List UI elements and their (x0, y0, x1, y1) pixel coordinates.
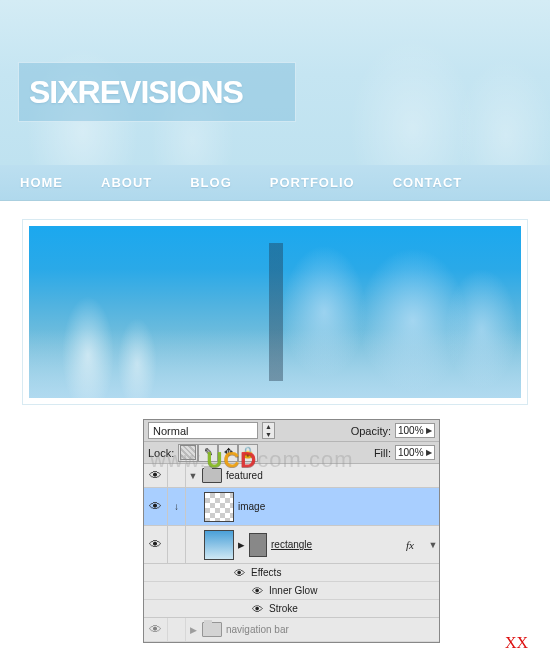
fx-disclosure[interactable]: ▼ (427, 540, 439, 550)
layer-image[interactable]: 👁 ↓ image (144, 488, 439, 526)
visibility-toggle[interactable]: 👁 (144, 464, 168, 487)
layer-tree: 👁 ▼ featured 👁 ↓ image 👁 ▸ (144, 464, 439, 642)
lock-pixels-button[interactable]: ✎ (198, 444, 218, 462)
visibility-toggle[interactable]: 👁 (144, 488, 168, 525)
corner-annotation: XX (505, 634, 528, 652)
layer-label: rectangle (271, 539, 312, 550)
eye-icon: 👁 (149, 622, 162, 637)
layer-label: image (238, 501, 265, 512)
lock-all-button[interactable]: 🔒 (238, 444, 258, 462)
layer-group-featured[interactable]: 👁 ▼ featured (144, 464, 439, 488)
folder-icon (202, 622, 222, 637)
fill-label: Fill: (374, 447, 391, 459)
transparency-icon (180, 445, 196, 460)
blend-mode-stepper[interactable]: ▲▼ (262, 422, 275, 439)
layer-rectangle[interactable]: 👁 ▸ rectangle fx ▼ (144, 526, 439, 564)
link-icon: ▸ (238, 537, 245, 552)
lock-buttons: ✎ ✥ 🔒 (178, 444, 258, 462)
layers-panel: Normal ▲▼ Opacity: 100% ▶ Lock: ✎ ✥ 🔒 Fi… (143, 419, 440, 643)
link-cell[interactable]: ↓ (168, 488, 186, 525)
layer-label: featured (226, 470, 263, 481)
eye-icon[interactable]: 👁 (234, 567, 245, 579)
chevron-down-icon: ▶ (426, 448, 432, 457)
effects-label: Effects (251, 567, 281, 578)
lock-transparency-button[interactable] (178, 444, 198, 462)
lock-label: Lock: (148, 447, 174, 459)
primary-nav: HOME ABOUT BLOG PORTFOLIO CONTACT (0, 165, 550, 201)
nav-blog[interactable]: BLOG (190, 175, 232, 190)
panel-lock-row: Lock: ✎ ✥ 🔒 Fill: 100% ▶ (144, 442, 439, 464)
opacity-label: Opacity: (351, 425, 391, 437)
effect-inner-glow[interactable]: 👁 Inner Glow (144, 582, 439, 600)
fill-field[interactable]: 100% ▶ (395, 445, 435, 460)
layer-thumbnail (204, 492, 234, 522)
fill-value: 100% (398, 447, 424, 458)
opacity-value: 100% (398, 425, 424, 436)
chevron-down-icon: ▶ (426, 426, 432, 435)
layer-group-navigation-bar[interactable]: 👁 ▶ navigation bar (144, 618, 439, 642)
opacity-field[interactable]: 100% ▶ (395, 423, 435, 438)
blend-mode-select[interactable]: Normal (148, 422, 258, 439)
layer-label: navigation bar (226, 624, 289, 635)
layer-thumbnail (204, 530, 234, 560)
effects-header[interactable]: 👁 Effects (144, 564, 439, 582)
link-cell[interactable] (168, 526, 186, 563)
eye-icon[interactable]: 👁 (252, 603, 263, 615)
eye-icon: 👁 (149, 537, 162, 552)
effect-label: Inner Glow (269, 585, 317, 596)
link-cell[interactable] (168, 464, 186, 487)
mask-thumbnail (249, 533, 267, 557)
nav-about[interactable]: ABOUT (101, 175, 152, 190)
disclosure-triangle[interactable]: ▶ (188, 625, 198, 635)
link-cell[interactable] (168, 618, 186, 641)
eye-icon[interactable]: 👁 (252, 585, 263, 597)
nav-portfolio[interactable]: PORTFOLIO (270, 175, 355, 190)
site-logo-text: SIXREVISIONS (29, 74, 243, 111)
visibility-toggle[interactable]: 👁 (144, 526, 168, 563)
disclosure-triangle[interactable]: ▼ (188, 471, 198, 481)
nav-home[interactable]: HOME (20, 175, 63, 190)
panel-options-row: Normal ▲▼ Opacity: 100% ▶ (144, 420, 439, 442)
lock-position-button[interactable]: ✥ (218, 444, 238, 462)
eye-icon: 👁 (149, 468, 162, 483)
fx-badge[interactable]: fx (397, 539, 423, 551)
site-header: SIXREVISIONS (0, 0, 550, 165)
visibility-toggle[interactable]: 👁 (144, 618, 168, 641)
featured-frame (22, 219, 528, 405)
eye-icon: 👁 (149, 499, 162, 514)
featured-image (29, 226, 521, 398)
blend-mode-value: Normal (153, 425, 188, 437)
folder-icon (202, 468, 222, 483)
effect-stroke[interactable]: 👁 Stroke (144, 600, 439, 618)
nav-contact[interactable]: CONTACT (393, 175, 463, 190)
effect-label: Stroke (269, 603, 298, 614)
logo-band: SIXREVISIONS (18, 62, 296, 122)
